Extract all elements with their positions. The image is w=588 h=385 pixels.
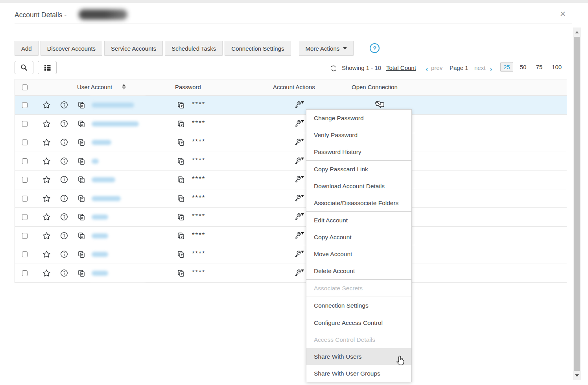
sort-icon[interactable] (122, 84, 126, 90)
page-size-75[interactable]: 75 (533, 62, 545, 72)
scrollbar-up-icon[interactable] (573, 28, 581, 36)
favorite-star-icon[interactable] (42, 269, 51, 277)
row-checkbox[interactable] (22, 121, 28, 127)
copy-password-icon[interactable] (177, 101, 185, 109)
account-actions-key-icon[interactable] (293, 156, 302, 166)
favorite-star-icon[interactable] (42, 213, 51, 221)
copy-password-icon[interactable] (177, 250, 185, 258)
copy-username-icon[interactable] (77, 269, 85, 277)
favorite-star-icon[interactable] (42, 176, 51, 184)
account-name-blurred[interactable] (92, 196, 121, 201)
account-actions-key-icon[interactable] (293, 212, 302, 222)
account-name-blurred[interactable] (92, 159, 99, 164)
menu-item-edit-account[interactable]: Edit Account (306, 212, 411, 229)
info-icon[interactable] (60, 176, 68, 183)
menu-item-associate-disassociate-folders[interactable]: Associate/Disassociate Folders (306, 194, 411, 211)
copy-password-icon[interactable] (177, 269, 185, 277)
account-actions-key-icon[interactable] (293, 138, 302, 147)
page-size-25[interactable]: 25 (500, 62, 513, 72)
info-icon[interactable] (60, 138, 68, 146)
info-icon[interactable] (60, 232, 68, 240)
account-name-blurred[interactable] (92, 121, 139, 126)
info-icon[interactable] (60, 269, 68, 277)
scrollbar-down-icon[interactable] (573, 372, 581, 380)
toolbar-button-service-accounts[interactable]: Service Accounts (104, 41, 163, 56)
prev-button[interactable]: prev (431, 64, 442, 71)
row-checkbox[interactable] (22, 214, 28, 220)
menu-item-download-account-details[interactable]: Download Account Details (306, 178, 411, 194)
more-actions-button[interactable]: More Actions (299, 41, 354, 56)
toolbar-button-connection-settings[interactable]: Connection Settings (225, 41, 291, 56)
menu-item-configure-access-control[interactable]: Configure Access Control (306, 314, 411, 331)
account-actions-key-icon[interactable] (293, 100, 302, 110)
menu-item-copy-passcard-link[interactable]: Copy Passcard Link (306, 161, 411, 178)
copy-username-icon[interactable] (77, 138, 85, 147)
copy-username-icon[interactable] (77, 194, 85, 203)
menu-item-change-password[interactable]: Change Password (306, 110, 411, 126)
refresh-icon[interactable] (330, 64, 337, 73)
info-icon[interactable] (60, 157, 68, 165)
scrollbar[interactable] (573, 28, 581, 380)
copy-password-icon[interactable] (177, 176, 185, 184)
account-name-blurred[interactable] (92, 177, 115, 182)
row-checkbox[interactable] (22, 177, 28, 183)
menu-item-connection-settings[interactable]: Connection Settings (306, 297, 411, 314)
account-actions-key-icon[interactable] (293, 249, 302, 259)
info-icon[interactable] (60, 250, 68, 258)
page-size-50[interactable]: 50 (517, 62, 529, 72)
account-name-blurred[interactable] (92, 252, 108, 257)
favorite-star-icon[interactable] (42, 101, 51, 109)
account-actions-key-icon[interactable] (293, 119, 302, 128)
next-button[interactable]: next (474, 64, 485, 71)
copy-username-icon[interactable] (77, 120, 85, 128)
next-chevron-icon[interactable]: › (490, 64, 492, 73)
account-name-blurred[interactable] (92, 271, 108, 276)
favorite-star-icon[interactable] (42, 157, 51, 165)
prev-chevron-icon[interactable]: ‹ (426, 64, 428, 73)
account-name-blurred[interactable] (92, 233, 108, 238)
account-actions-key-icon[interactable] (293, 231, 302, 240)
copy-username-icon[interactable] (77, 176, 85, 184)
row-checkbox[interactable] (22, 251, 28, 257)
row-checkbox[interactable] (22, 102, 28, 108)
menu-item-share-with-user-groups[interactable]: Share With User Groups (306, 365, 411, 382)
copy-password-icon[interactable] (177, 138, 185, 147)
row-checkbox[interactable] (22, 196, 28, 202)
select-all-checkbox[interactable] (22, 84, 28, 90)
account-name-blurred[interactable] (92, 140, 111, 145)
copy-password-icon[interactable] (177, 120, 185, 128)
menu-item-delete-account[interactable]: Delete Account (306, 262, 411, 279)
row-checkbox[interactable] (22, 158, 28, 164)
copy-username-icon[interactable] (77, 232, 85, 240)
account-name-blurred[interactable] (92, 214, 108, 220)
toolbar-button-discover-accounts[interactable]: Discover Accounts (41, 41, 102, 56)
info-icon[interactable] (60, 101, 68, 109)
scrollbar-thumb[interactable] (574, 37, 580, 371)
info-icon[interactable] (60, 120, 68, 128)
menu-item-share-with-users[interactable]: Share With Users (306, 348, 411, 365)
favorite-star-icon[interactable] (42, 194, 51, 203)
info-icon[interactable] (60, 194, 68, 202)
close-icon[interactable]: ✕ (560, 9, 566, 18)
copy-password-icon[interactable] (177, 232, 185, 240)
column-header-user-account[interactable]: User Account (77, 84, 112, 90)
account-name-blurred[interactable] (92, 103, 134, 108)
open-connection-icon[interactable] (375, 100, 385, 110)
menu-item-move-account[interactable]: Move Account (306, 246, 411, 262)
favorite-star-icon[interactable] (42, 138, 51, 147)
favorite-star-icon[interactable] (42, 232, 51, 240)
menu-item-verify-password[interactable]: Verify Password (306, 126, 411, 143)
row-checkbox[interactable] (22, 270, 28, 276)
copy-password-icon[interactable] (177, 157, 185, 165)
menu-item-copy-account[interactable]: Copy Account (306, 229, 411, 246)
copy-username-icon[interactable] (77, 250, 85, 258)
copy-username-icon[interactable] (77, 157, 85, 165)
toolbar-button-add[interactable]: Add (15, 41, 39, 56)
row-checkbox[interactable] (22, 139, 28, 145)
account-actions-key-icon[interactable] (293, 175, 302, 184)
favorite-star-icon[interactable] (42, 250, 51, 258)
page-size-100[interactable]: 100 (549, 62, 564, 72)
copy-username-icon[interactable] (77, 101, 85, 109)
toolbar-button-scheduled-tasks[interactable]: Scheduled Tasks (165, 41, 223, 56)
account-actions-key-icon[interactable] (293, 268, 302, 278)
